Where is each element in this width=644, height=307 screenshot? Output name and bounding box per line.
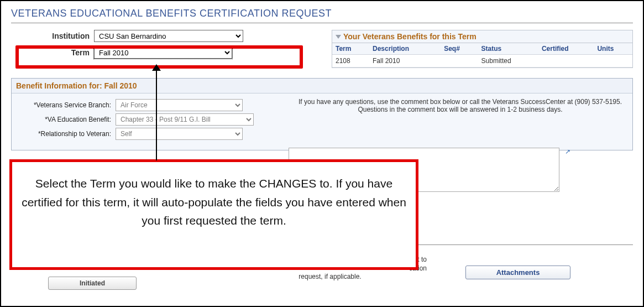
attachments-button[interactable]: Attachments	[465, 266, 570, 279]
institution-label: Institution	[33, 32, 94, 40]
relationship-select[interactable]: Self	[116, 128, 243, 140]
col-seq[interactable]: Seq#	[441, 43, 478, 55]
arrow-line	[156, 67, 157, 160]
cell-status: Submitted	[478, 55, 538, 67]
cell-term: 2108	[332, 55, 369, 67]
service-branch-select[interactable]: Air Force	[116, 99, 243, 111]
help-text: If you have any questions, use the comme…	[292, 97, 628, 142]
cell-description: Fall 2010	[369, 55, 441, 67]
page-title: VETERANS EDUCATIONAL BENEFITS CERTIFICAT…	[11, 6, 633, 23]
popout-icon[interactable]: ↗	[565, 148, 573, 155]
col-certified[interactable]: Certified	[538, 43, 594, 55]
col-term[interactable]: Term	[332, 43, 369, 55]
relationship-label: *Relationship to Veteran:	[16, 130, 116, 138]
benefits-panel-title: Your Veterans Benefits for this Term	[343, 32, 477, 41]
cell-certified	[538, 55, 594, 67]
institution-select[interactable]: CSU San Bernardino	[94, 30, 243, 42]
col-status[interactable]: Status	[478, 43, 538, 55]
va-benefit-label: *VA Education Benefit:	[16, 116, 116, 123]
callout-annotation: Select the Term you would like to make t…	[9, 159, 418, 270]
table-row[interactable]: 2108 Fall 2010 Submitted	[332, 55, 632, 67]
term-select[interactable]: Fall 2010	[94, 46, 232, 59]
term-label: Term	[33, 48, 94, 57]
service-branch-label: *Veterans Service Branch:	[16, 101, 116, 109]
benefit-info-section: Benefit Information for: Fall 2010 *Vete…	[11, 78, 633, 150]
col-description[interactable]: Description	[369, 43, 441, 55]
section-title: Benefit Information for: Fall 2010	[12, 79, 632, 93]
col-units[interactable]: Units	[594, 43, 632, 55]
benefits-panel: Your Veterans Benefits for this Term Ter…	[332, 30, 633, 68]
initiated-button[interactable]: Initiated	[48, 277, 137, 290]
va-benefit-select[interactable]: Chapter 33 - Post 9/11 G.I. Bill	[116, 113, 254, 126]
arrow-head-icon	[152, 64, 161, 71]
collapse-icon[interactable]	[336, 35, 341, 39]
cell-units	[594, 55, 632, 67]
cell-seq	[441, 55, 478, 67]
